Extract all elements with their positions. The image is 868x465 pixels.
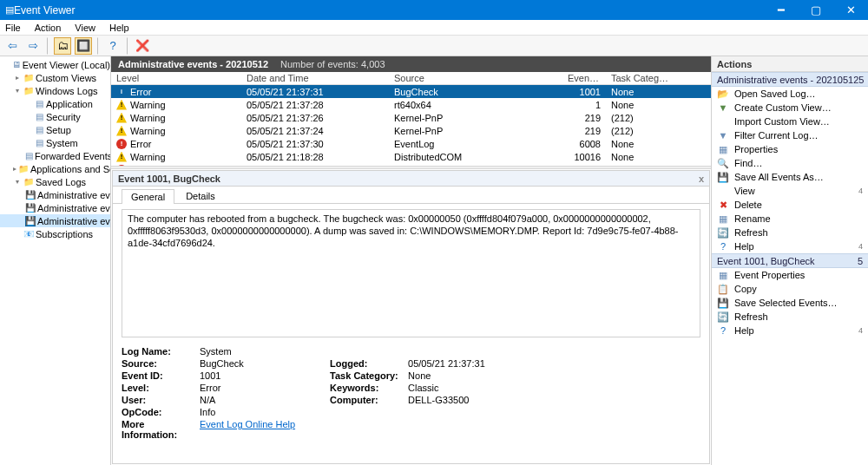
col-event-id[interactable]: Event ID — [562, 73, 606, 83]
show-tree-button[interactable]: 🗂 — [54, 37, 71, 55]
action-icon: ▦ — [717, 269, 729, 281]
menu-action[interactable]: Action — [33, 22, 63, 34]
log-icon: 💾 — [25, 190, 36, 200]
tree-twisty-icon[interactable] — [13, 230, 22, 239]
tree-item[interactable]: 💾Administrative events - 20… — [0, 214, 110, 227]
tree-label: Setup — [46, 125, 71, 135]
cell-datetime: 05/05/21 21:37:30 — [241, 139, 389, 149]
action-icon: 🔄 — [717, 311, 729, 323]
cell-task-category: None — [606, 152, 675, 162]
action-item[interactable]: ▦Rename — [712, 212, 868, 226]
action-item[interactable]: View4 — [712, 184, 868, 198]
action-item[interactable]: ?Help4 — [712, 324, 868, 337]
tree-item[interactable]: ▾📁Saved Logs — [0, 175, 110, 188]
col-datetime[interactable]: Date and Time — [241, 73, 389, 83]
col-source[interactable]: Source — [389, 73, 562, 83]
tree-item[interactable]: 🖥Event Viewer (Local) — [0, 58, 110, 71]
horizontal-splitter[interactable] — [111, 166, 711, 169]
log-icon: ▤ — [34, 125, 44, 135]
event-row[interactable]: iError05/05/21 21:37:31BugCheck1001None — [111, 85, 711, 98]
tree-label: Administrative events - 20… — [37, 190, 111, 200]
level-text: Error — [130, 139, 151, 149]
menu-help[interactable]: Help — [108, 22, 131, 34]
tree-twisty-icon[interactable] — [23, 113, 32, 121]
nav-tree[interactable]: 🖥Event Viewer (Local)▸📁Custom Views▾📁Win… — [0, 56, 111, 465]
tab-general[interactable]: General — [122, 189, 174, 204]
preview-pane-button[interactable]: 🔲 — [75, 37, 92, 55]
tree-item[interactable]: 📧Subscriptions — [0, 227, 110, 240]
event-row[interactable]: !Error05/05/21 21:18:17Service Control M… — [111, 163, 711, 166]
tree-item[interactable]: ▸📁Custom Views — [0, 71, 110, 84]
back-button[interactable]: ⇦ — [3, 37, 21, 55]
tree-item[interactable]: ▾📁Windows Logs — [0, 84, 110, 97]
tree-item[interactable]: ▤Security — [0, 110, 110, 123]
action-label: Save Selected Events… — [734, 298, 863, 308]
tree-twisty-icon[interactable]: ▸ — [13, 165, 16, 174]
prop-key: Task Category: — [330, 370, 408, 383]
prop-value: Error — [200, 383, 220, 395]
tree-twisty-icon[interactable] — [23, 139, 32, 147]
action-item[interactable]: 🔄Refresh — [712, 226, 868, 239]
action-item[interactable]: ?Help4 — [712, 239, 868, 253]
grid-header[interactable]: Level Date and Time Source Event ID Task… — [111, 72, 711, 85]
action-item[interactable]: ▼Create Custom View… — [712, 101, 868, 115]
level-icon: i — [116, 87, 127, 97]
level-text: Error — [130, 87, 151, 97]
log-icon: ▤ — [34, 99, 44, 109]
log-icon: ▤ — [34, 138, 44, 148]
menu-file[interactable]: File — [3, 22, 23, 34]
col-level[interactable]: Level — [111, 73, 241, 83]
log-icon: 🖥 — [12, 60, 21, 70]
tree-item[interactable]: ▤Application — [0, 97, 110, 110]
more-info-link[interactable]: Event Log Online Help — [200, 419, 295, 429]
action-item[interactable]: 💾Save Selected Events… — [712, 296, 868, 310]
tree-twisty-icon[interactable] — [3, 61, 10, 69]
action-item[interactable]: 📋Copy — [712, 282, 868, 296]
toolbar-separator — [97, 37, 99, 55]
action-label: Properties — [734, 144, 863, 154]
action-item[interactable]: ▦Properties — [712, 142, 868, 156]
prop-key: Logged: — [330, 358, 408, 370]
action-item[interactable]: ✖Delete — [712, 198, 868, 212]
tree-twisty-icon[interactable]: ▾ — [13, 178, 22, 187]
level-icon: ! — [116, 126, 127, 136]
action-item[interactable]: Import Custom View… — [712, 115, 868, 128]
event-row[interactable]: !Error05/05/21 21:37:30EventLog6008None — [111, 137, 711, 150]
event-row[interactable]: !Warning05/05/21 21:18:28DistributedCOM1… — [111, 150, 711, 163]
menu-view[interactable]: View — [73, 22, 97, 34]
event-row[interactable]: !Warning05/05/21 21:37:24Kernel-PnP219(2… — [111, 124, 711, 137]
action-item[interactable]: ▼Filter Current Log… — [712, 128, 868, 142]
col-task-category[interactable]: Task Category — [606, 73, 675, 83]
log-icon: 💾 — [25, 216, 36, 226]
tree-twisty-icon[interactable]: ▸ — [13, 74, 22, 82]
help-button[interactable]: ? — [104, 37, 122, 55]
event-row[interactable]: !Warning05/05/21 21:37:26Kernel-PnP219(2… — [111, 111, 711, 124]
tab-details[interactable]: Details — [176, 188, 225, 203]
maximize-button[interactable]: ▢ — [799, 0, 833, 20]
tree-item[interactable]: ▤Setup — [0, 123, 110, 136]
delete-button[interactable]: ❌ — [134, 37, 151, 55]
tree-item[interactable]: 💾Administrative events - 20… — [0, 188, 110, 201]
action-label: Copy — [734, 284, 863, 294]
tree-item[interactable]: 💾Administrative events - 20… — [0, 201, 110, 214]
tree-item[interactable]: ▤System — [0, 136, 110, 149]
action-item[interactable]: 🔄Refresh — [712, 310, 868, 324]
close-button[interactable]: ✕ — [833, 0, 868, 20]
minimize-button[interactable]: ━ — [764, 0, 799, 20]
event-row[interactable]: !Warning05/05/21 21:37:28rt640x641None — [111, 98, 711, 111]
action-item[interactable]: ▦Event Properties — [712, 268, 868, 282]
action-label: Find… — [734, 158, 863, 168]
action-item[interactable]: 🔍Find… — [712, 156, 868, 170]
event-grid[interactable]: Level Date and Time Source Event ID Task… — [111, 72, 711, 166]
close-detail-icon[interactable]: x — [699, 174, 704, 184]
forward-button[interactable]: ⇨ — [24, 37, 42, 55]
tree-twisty-icon[interactable]: ▾ — [13, 87, 22, 95]
tree-item[interactable]: ▸📁Applications and Services Logs — [0, 162, 110, 175]
tree-label: System — [46, 138, 78, 148]
action-item[interactable]: 📂Open Saved Log… — [712, 87, 868, 101]
action-item[interactable]: 💾Save All Events As… — [712, 170, 868, 184]
event-properties: Log Name:SystemSource:BugCheckEvent ID:1… — [122, 346, 700, 431]
tree-twisty-icon[interactable] — [23, 100, 32, 108]
tree-item[interactable]: ▤Forwarded Events — [0, 149, 110, 162]
tree-twisty-icon[interactable] — [23, 126, 32, 134]
